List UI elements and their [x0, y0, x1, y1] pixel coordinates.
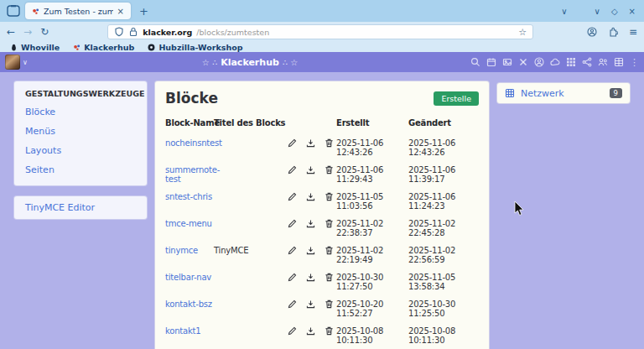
whoville-favicon [10, 44, 18, 51]
edit-icon[interactable] [288, 326, 297, 336]
delete-icon[interactable] [325, 138, 334, 148]
download-icon[interactable] [306, 219, 315, 228]
grid-icon[interactable] [614, 57, 624, 67]
lock-icon[interactable] [128, 27, 138, 37]
bookmarks-bar: Whoville Klackerhub Hubzilla-Workshop [0, 42, 644, 52]
created-date: 2025-11-05 11:03:56 [336, 188, 408, 215]
download-icon[interactable] [306, 246, 315, 255]
sidebar-item-tinymce-editor[interactable]: TinyMCE Editor [25, 202, 136, 213]
design-tools-list: BlöckeMenüsLayoutsSeiten [25, 107, 136, 175]
delete-icon[interactable] [325, 300, 334, 309]
profile-icon[interactable] [534, 57, 544, 67]
table-row: tmce-menu 2025-11-02 22:38:37 2025-1 [165, 215, 480, 242]
download-icon[interactable] [306, 192, 315, 201]
delete-icon[interactable] [325, 165, 334, 174]
edit-icon[interactable] [288, 246, 297, 255]
download-icon[interactable] [306, 138, 315, 148]
photos-icon[interactable] [502, 57, 512, 67]
url-bar[interactable]: klacker.org/blocks/zumtesten ☆ [107, 24, 533, 39]
block-name-link[interactable]: kontakt1 [165, 326, 200, 336]
list-tabs-icon[interactable]: ∨ [561, 7, 567, 16]
delete-icon[interactable] [325, 326, 334, 336]
account-icon[interactable] [587, 27, 597, 37]
bookmark-whoville[interactable]: Whoville [10, 43, 60, 52]
create-button[interactable]: Erstelle [434, 91, 479, 106]
network-icon[interactable] [582, 57, 592, 67]
sidebar-item[interactable]: Blöcke [25, 107, 136, 117]
modified-date: 2025-11-06 11:24:23 [408, 188, 480, 215]
kebab-menu-icon[interactable]: ⋮ [630, 58, 639, 67]
modified-date: 2025-10-30 11:25:50 [408, 295, 480, 322]
delete-icon[interactable] [325, 246, 334, 255]
block-name-link[interactable]: summernote-test [165, 165, 220, 184]
menu-hamburger-icon[interactable]: ≡ [629, 26, 637, 38]
close-icon[interactable] [518, 57, 528, 67]
klackerhub-favicon [73, 44, 80, 51]
edit-icon[interactable] [288, 273, 297, 282]
download-icon[interactable] [306, 273, 315, 282]
avatar[interactable] [5, 55, 20, 70]
network-widget[interactable]: Netzwerk 9 [496, 82, 631, 104]
bookmark-star-icon[interactable]: ☆ [518, 27, 527, 38]
delete-icon[interactable] [325, 219, 334, 228]
bookmark-klackerhub[interactable]: Klackerhub [73, 43, 134, 52]
block-name-link[interactable]: titelbar-nav [165, 273, 211, 282]
created-date: 2025-10-30 11:27:50 [336, 268, 408, 295]
contacts-icon[interactable] [598, 57, 608, 67]
sidebar-item[interactable]: Layouts [25, 145, 136, 156]
tab-bar: Zum Testen - zumtesten@ × + ∨ ∨ ◇ × [0, 0, 644, 22]
table-row: kontakt-bsz 2025-10-20 11:52:27 2025 [165, 295, 480, 322]
bookmark-label: Whoville [21, 43, 60, 52]
download-icon[interactable] [306, 326, 315, 336]
edit-icon[interactable] [288, 192, 297, 201]
search-icon[interactable] [470, 57, 480, 67]
table-row: summernote-test 2025-11-06 11:29:43 [165, 161, 480, 188]
block-name-link[interactable]: tmce-menu [165, 219, 212, 228]
table-row: sntest-chris 2025-11-05 11:03:56 202 [165, 188, 480, 215]
firefox-view-icon[interactable] [7, 5, 20, 17]
created-date: 2025-11-02 22:19:49 [336, 242, 408, 268]
edit-icon[interactable] [288, 300, 297, 309]
url-path: /blocks/zumtesten [196, 28, 269, 37]
tab-close-icon[interactable]: × [117, 7, 124, 16]
channel-menu-caret-icon[interactable]: ∨ [23, 59, 28, 66]
col-header-modified: Geändert [408, 115, 480, 134]
cloud-icon[interactable] [550, 57, 560, 67]
events-icon[interactable] [486, 57, 496, 67]
download-icon[interactable] [306, 300, 315, 309]
title-decor-right: ∴ ☆ [283, 58, 299, 67]
delete-icon[interactable] [325, 273, 334, 282]
block-name-link[interactable]: nocheinsntest [165, 138, 222, 148]
network-link[interactable]: Netzwerk [521, 88, 564, 99]
apps-icon[interactable] [566, 57, 576, 67]
table-header-row: Block-Name Titel des Blocks Erstellt Geä… [165, 115, 480, 134]
window-close-icon[interactable]: × [629, 7, 636, 16]
edit-icon[interactable] [288, 219, 297, 228]
block-title: TinyMCE [214, 242, 288, 268]
reload-icon[interactable]: ↻ [40, 27, 49, 37]
browser-tab[interactable]: Zum Testen - zumtesten@ × [25, 3, 131, 19]
table-row: kontakt1 2025-10-08 10:11:30 2025-10 [165, 322, 480, 349]
forward-icon[interactable]: → [23, 27, 32, 37]
download-icon[interactable] [306, 165, 315, 174]
created-date: 2025-10-20 11:52:27 [336, 295, 408, 322]
window-maximize-icon[interactable]: ◇ [611, 7, 618, 16]
edit-icon[interactable] [288, 138, 297, 148]
block-name-link[interactable]: tinymce [165, 246, 198, 255]
page-title: Blöcke [165, 90, 218, 107]
bookmark-hubzilla-workshop[interactable]: Hubzilla-Workshop [148, 43, 242, 52]
window-minimize-icon[interactable]: ∨ [595, 7, 600, 16]
new-tab-button[interactable]: + [139, 5, 148, 18]
created-date: 2025-10-08 10:11:30 [336, 322, 408, 349]
block-name-link[interactable]: kontakt-bsz [165, 300, 212, 309]
sidebar-item[interactable]: Seiten [25, 164, 136, 175]
shield-icon[interactable] [114, 27, 124, 37]
block-title [214, 322, 288, 349]
block-name-link[interactable]: sntest-chris [165, 192, 212, 201]
edit-icon[interactable] [288, 165, 297, 174]
back-icon[interactable]: ← [7, 27, 15, 37]
hubzilla-navbar: ∨ ☆ ∴ Klackerhub ∴ ☆ ⋮ [0, 52, 644, 72]
extensions-icon[interactable] [608, 27, 618, 37]
delete-icon[interactable] [325, 192, 334, 201]
sidebar-item[interactable]: Menüs [25, 126, 136, 137]
